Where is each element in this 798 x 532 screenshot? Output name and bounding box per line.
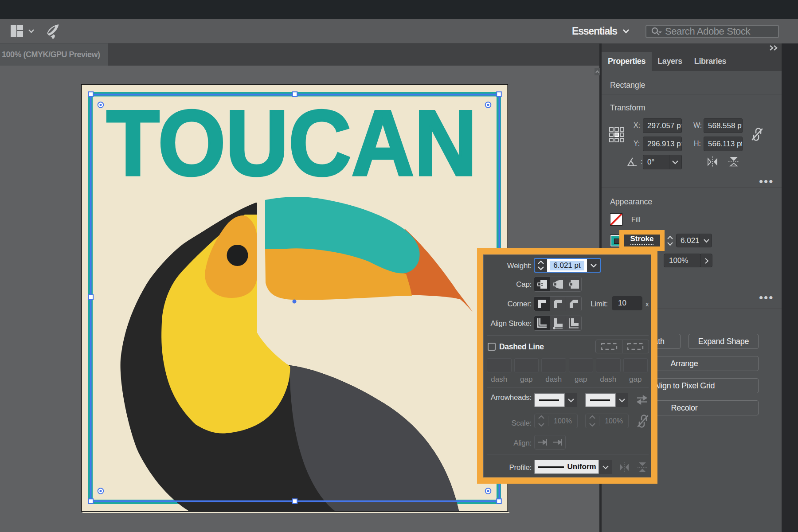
svg-text:TOUCAN: TOUCAN (106, 91, 477, 195)
